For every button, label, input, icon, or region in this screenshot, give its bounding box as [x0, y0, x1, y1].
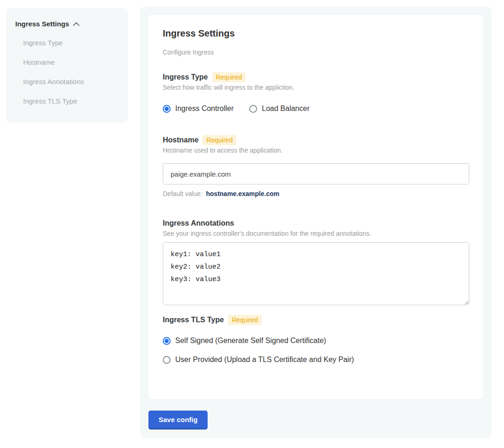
sidebar-group-ingress-settings[interactable]: Ingress Settings	[15, 20, 119, 28]
config-sidebar: Ingress Settings Ingress Type Hostname I…	[6, 8, 128, 123]
radio-label: Self Signed (Generate Self Signed Certif…	[175, 336, 326, 345]
sidebar-item-ingress-type[interactable]: Ingress Type	[23, 39, 119, 47]
ingress-type-radio-group: Ingress Controller Load Balancer	[163, 104, 469, 113]
sidebar-item-ingress-tls-type[interactable]: Ingress TLS Type	[23, 97, 119, 105]
radio-option-load-balancer[interactable]: Load Balancer	[249, 104, 309, 113]
radio-selected-icon[interactable]	[163, 337, 171, 345]
required-badge: Required	[203, 135, 236, 145]
help-text-hostname: Hostname used to access the application.	[163, 146, 469, 154]
required-badge: Required	[228, 315, 262, 325]
chevron-up-icon[interactable]	[73, 22, 80, 26]
default-value-text: hostname.example.com	[206, 190, 280, 197]
radio-option-ingress-controller[interactable]: Ingress Controller	[163, 104, 234, 113]
help-text-ingress-annotations: See your ingress controller's documentat…	[163, 229, 469, 238]
config-group-card: Ingress Settings Configure Ingress Ingre…	[148, 15, 483, 399]
sidebar-group-title: Ingress Settings	[15, 20, 69, 28]
sidebar-item-ingress-annotations[interactable]: Ingress Annotations	[23, 78, 119, 86]
required-badge: Required	[212, 72, 246, 82]
section-title-hostname: Hostname	[163, 135, 198, 145]
hostname-default-line: Default value: hostname.example.com	[163, 190, 469, 198]
help-text-ingress-type: Select how traffic will ingress to the a…	[163, 83, 469, 92]
hostname-input[interactable]	[163, 163, 469, 184]
radio-label: Ingress Controller	[175, 104, 234, 113]
section-title-ingress-annotations: Ingress Annotations	[163, 218, 234, 228]
sidebar-item-hostname[interactable]: Hostname	[23, 58, 119, 67]
save-config-button[interactable]: Save config	[148, 411, 208, 430]
radio-unselected-icon[interactable]	[163, 356, 171, 364]
tls-radio-group: User Provided (Upload a TLS Certificate …	[163, 355, 469, 364]
radio-unselected-icon[interactable]	[249, 105, 257, 113]
default-value-label: Default value:	[163, 190, 203, 197]
radio-label: Load Balancer	[262, 104, 309, 113]
section-hostname: Hostname Required Hostname used to acces…	[163, 135, 469, 198]
section-title-ingress-type: Ingress Type	[163, 72, 208, 82]
section-title-ingress-tls-type: Ingress TLS Type	[163, 315, 224, 325]
config-page: Ingress Settings Ingress Type Hostname I…	[0, 0, 504, 448]
ingress-annotations-textarea[interactable]: key1: value1 key2: value2 key3: value3	[163, 242, 469, 305]
page-title: Ingress Settings	[163, 28, 469, 39]
radio-label: User Provided (Upload a TLS Certificate …	[175, 355, 354, 364]
tls-radio-group: Self Signed (Generate Self Signed Certif…	[163, 336, 469, 345]
config-main-panel: Ingress Settings Configure Ingress Ingre…	[140, 6, 492, 438]
page-subtitle: Configure Ingress	[163, 48, 469, 56]
radio-option-user-provided[interactable]: User Provided (Upload a TLS Certificate …	[163, 355, 354, 364]
section-ingress-type: Ingress Type Required Select how traffic…	[163, 72, 469, 113]
radio-option-self-signed[interactable]: Self Signed (Generate Self Signed Certif…	[163, 336, 326, 345]
section-ingress-annotations: Ingress Annotations See your ingress con…	[163, 218, 469, 305]
radio-selected-icon[interactable]	[163, 105, 171, 113]
section-ingress-tls-type: Ingress TLS Type Required Self Signed (G…	[163, 315, 469, 364]
